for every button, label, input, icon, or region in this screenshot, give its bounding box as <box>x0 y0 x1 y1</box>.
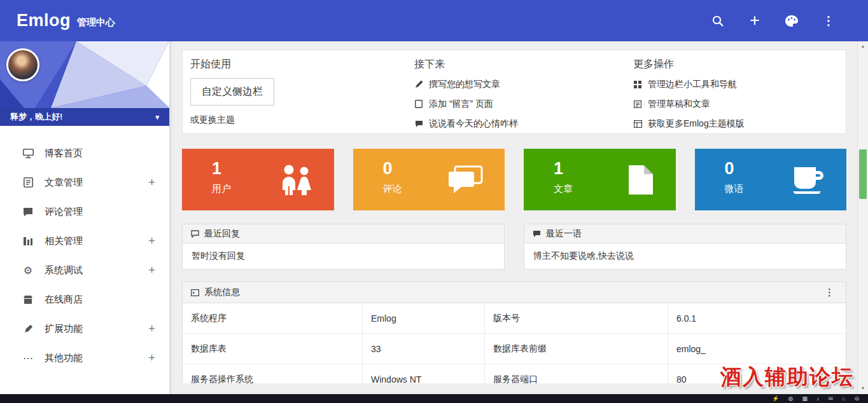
customize-sidebar-button[interactable]: 自定义侧边栏 <box>190 78 274 106</box>
chat-bubble-icon <box>414 120 423 128</box>
more-actions-column: 更多操作 管理边栏小工具和导航 管理草稿和文章 <box>633 50 843 133</box>
tray-music-icon[interactable]: ♪ <box>816 396 820 402</box>
vertical-scrollbar[interactable]: ▲ ▼ <box>857 41 868 394</box>
users-icon <box>279 165 312 195</box>
sidebar-item-blog-home[interactable]: 博客首页 <box>0 139 169 168</box>
write-article-link[interactable]: 撰写您的想写文章 <box>414 74 624 94</box>
row-value: 6.0.1 <box>668 303 846 333</box>
pen-icon <box>22 324 34 334</box>
layout-icon <box>633 120 642 128</box>
link-label: 获取更多Emlog主题模版 <box>648 118 745 130</box>
palette-icon[interactable] <box>784 13 799 29</box>
next-steps-column: 接下来 撰写您的想写文章 添加 “留言” 页面 <box>414 50 624 133</box>
windows-taskbar: ⚡ ◍ ▦ ♪ ✉ ⌂ ⊖ <box>0 394 868 403</box>
sidebar-item-related[interactable]: 相关管理 + <box>0 226 169 256</box>
monitor-icon <box>22 149 34 158</box>
widgets-grid-icon <box>633 81 642 88</box>
panels-row: 最近回复 暂时没有回复 最近一语 博主不知要说啥,快去说说 <box>182 224 846 270</box>
pencil-icon <box>414 80 423 88</box>
sidebar-item-extensions[interactable]: 扩展功能 + <box>0 314 169 343</box>
tray-grid-icon[interactable]: ▦ <box>802 396 808 402</box>
comments-count: 0 <box>383 159 393 179</box>
comment-icon <box>22 207 34 217</box>
users-stat-tile[interactable]: 1 用户 <box>182 149 334 210</box>
row-value: 33 <box>362 334 484 364</box>
stats-row: 1 用户 0 评论 1 文章 0 <box>182 149 846 210</box>
sidebar-item-label: 系统调试 <box>45 264 83 277</box>
expand-icon[interactable]: + <box>148 263 155 277</box>
recent-words-header: 最近一语 <box>524 224 846 243</box>
change-theme-link[interactable]: 或更换主题 <box>190 114 235 126</box>
scroll-up-arrow[interactable]: ▲ <box>858 41 868 51</box>
recent-words-panel: 最近一语 博主不知要说啥,快去说说 <box>524 224 846 270</box>
row-value: 80 <box>668 364 846 383</box>
search-icon[interactable] <box>710 13 725 29</box>
expand-icon[interactable]: + <box>148 322 155 336</box>
manage-widgets-link[interactable]: 管理边栏小工具和导航 <box>633 74 843 94</box>
tray-flash-icon[interactable]: ⚡ <box>772 396 779 402</box>
sidebar-item-comments[interactable]: 评论管理 <box>0 197 169 226</box>
sidebar: 释梦，晚上好! ▾ 博客首页 文章管理 + <box>0 41 169 394</box>
greeting-text: 释梦，晚上好! <box>10 111 62 123</box>
more-actions-list: 管理边栏小工具和导航 管理草稿和文章 获取更多Emlog主题模版 <box>633 74 843 133</box>
user-avatar[interactable] <box>6 48 39 81</box>
post-mood-link[interactable]: 说说看今天的心情咋样 <box>414 114 624 133</box>
tray-record-icon[interactable]: ◍ <box>788 396 794 402</box>
panel-more-icon[interactable]: ⋮ <box>821 287 838 298</box>
panel-title: 最近回复 <box>204 228 240 240</box>
manage-drafts-link[interactable]: 管理草稿和文章 <box>633 94 843 114</box>
articles-count: 1 <box>554 159 563 179</box>
users-count: 1 <box>212 159 221 179</box>
microblog-count: 0 <box>725 159 734 179</box>
row-key: 系统程序 <box>183 303 362 333</box>
articles-stat-tile[interactable]: 1 文章 <box>524 149 676 210</box>
sidebar-item-other[interactable]: ⋯ 其他功能 + <box>0 343 169 372</box>
top-navbar: Emlog 管理中心 + ⋮ <box>0 0 868 41</box>
users-label: 用户 <box>212 183 231 195</box>
tray-mail-icon[interactable]: ✉ <box>828 396 833 402</box>
tray-zoom-icon[interactable]: ⊖ <box>854 396 859 402</box>
link-label: 管理草稿和文章 <box>648 99 710 110</box>
table-row: 数据库表 33 数据库表前缀 emlog_ <box>183 334 846 364</box>
row-value: emlog_ <box>668 334 846 364</box>
greeting-bar[interactable]: 释梦，晚上好! ▾ <box>0 108 169 126</box>
file-icon <box>627 164 654 196</box>
article-icon <box>22 177 34 188</box>
row-value: Emlog <box>362 303 484 333</box>
page-icon <box>414 100 423 108</box>
add-page-link[interactable]: 添加 “留言” 页面 <box>414 94 624 114</box>
table-row: 系统程序 Emlog 版本号 6.0.1 <box>183 303 846 334</box>
row-key: 数据库表前缀 <box>484 334 668 364</box>
chat-filled-icon <box>532 230 541 238</box>
more-actions-title: 更多操作 <box>633 58 843 70</box>
sidebar-item-label: 其他功能 <box>45 352 83 364</box>
scroll-down-arrow[interactable]: ▼ <box>858 383 868 393</box>
articles-label: 文章 <box>554 183 573 195</box>
recent-replies-header: 最近回复 <box>182 224 505 243</box>
system-info-title: 系统信息 <box>204 287 240 298</box>
expand-icon[interactable]: + <box>148 351 155 365</box>
sidebar-item-label: 博客首页 <box>45 147 83 160</box>
sidebar-item-label: 文章管理 <box>45 177 83 189</box>
sidebar-item-articles[interactable]: 文章管理 + <box>0 168 169 197</box>
sidebar-item-label: 在线商店 <box>45 294 83 306</box>
expand-icon[interactable]: + <box>148 234 155 248</box>
sidebar-item-store[interactable]: 在线商店 <box>0 285 169 314</box>
more-menu-icon[interactable]: ⋮ <box>821 13 836 29</box>
get-themes-link[interactable]: 获取更多Emlog主题模版 <box>633 114 843 133</box>
tray-home-icon[interactable]: ⌂ <box>842 396 845 402</box>
store-icon <box>22 295 34 304</box>
cup-icon <box>793 166 825 194</box>
expand-icon[interactable]: + <box>148 175 155 189</box>
comments-stat-tile[interactable]: 0 评论 <box>353 149 505 210</box>
sidebar-item-system-debug[interactable]: ⚙ 系统调试 + <box>0 256 169 285</box>
row-key: 版本号 <box>484 303 668 333</box>
add-icon[interactable]: + <box>747 13 762 29</box>
row-key: 服务器操作系统 <box>183 364 362 383</box>
sidebar-item-label: 扩展功能 <box>45 323 83 335</box>
ellipsis-icon: ⋯ <box>22 352 34 364</box>
emlog-logo[interactable]: Emlog <box>17 11 71 31</box>
scrollbar-thumb[interactable] <box>859 149 867 199</box>
microblog-stat-tile[interactable]: 0 微语 <box>695 149 847 210</box>
system-info-header: 系统信息 ⋮ <box>183 282 846 303</box>
